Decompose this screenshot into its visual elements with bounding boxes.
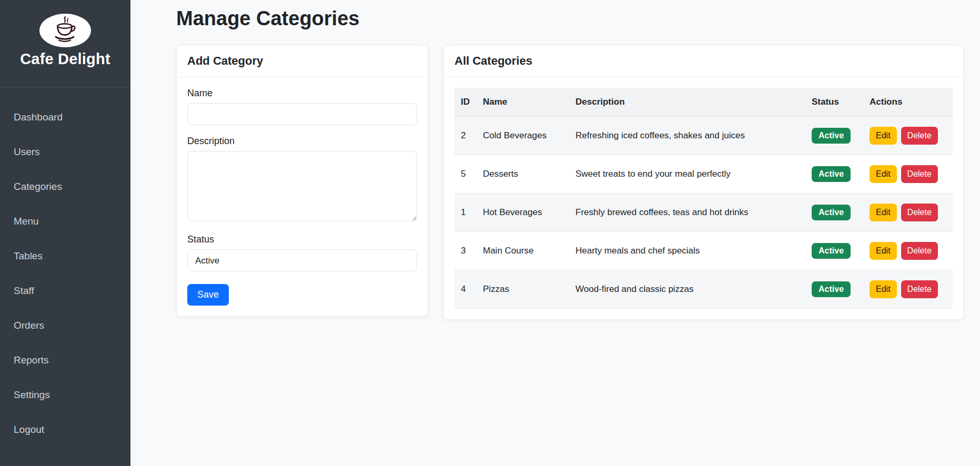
categories-table-body: 2Cold BeveragesRefreshing iced coffees, … [454, 117, 953, 309]
cell-description: Refreshing iced coffees, shakes and juic… [569, 117, 805, 155]
table-row: 3Main CourseHearty meals and chef specia… [454, 232, 953, 270]
edit-button[interactable]: Edit [870, 127, 897, 145]
cell-actions: EditDelete [863, 270, 953, 309]
cell-status: Active [805, 117, 863, 155]
cell-description: Freshly brewed coffees, teas and hot dri… [569, 194, 805, 232]
table-row: 4PizzasWood-fired and classic pizzasActi… [454, 270, 953, 309]
sidebar-item-users[interactable]: Users [0, 135, 130, 169]
cell-status: Active [805, 155, 863, 194]
sidebar-item-menu[interactable]: Menu [0, 204, 130, 239]
cell-actions: EditDelete [863, 155, 953, 194]
all-categories-title: All Categories [444, 45, 963, 77]
cell-status: Active [805, 232, 863, 270]
column-header-name: Name [477, 88, 569, 117]
status-badge: Active [812, 205, 851, 220]
cell-actions: EditDelete [863, 117, 953, 155]
page-title: Manage Categories [176, 7, 964, 30]
cell-description: Wood-fired and classic pizzas [569, 270, 805, 309]
column-header-id: ID [454, 88, 477, 117]
sidebar-nav: DashboardUsersCategoriesMenuTablesStaffO… [0, 87, 130, 452]
name-input[interactable] [187, 103, 417, 125]
cell-id: 3 [454, 232, 477, 270]
save-button[interactable]: Save [187, 284, 229, 306]
status-badge: Active [812, 128, 851, 144]
name-label: Name [187, 88, 417, 99]
status-badge: Active [812, 166, 851, 182]
column-header-status: Status [805, 88, 863, 117]
categories-table: IDNameDescriptionStatusActions 2Cold Bev… [454, 88, 953, 309]
cell-name: Main Course [477, 232, 569, 270]
table-row: 5DessertsSweet treats to end your meal p… [454, 155, 953, 194]
cell-name: Hot Beverages [477, 194, 569, 232]
column-header-actions: Actions [863, 88, 953, 117]
delete-button[interactable]: Delete [901, 280, 938, 298]
description-textarea[interactable] [187, 151, 417, 221]
edit-button[interactable]: Edit [870, 280, 897, 298]
sidebar-item-dashboard[interactable]: Dashboard [0, 100, 130, 135]
sidebar-item-orders[interactable]: Orders [0, 308, 130, 343]
cell-actions: EditDelete [863, 194, 953, 232]
status-label: Status [187, 234, 417, 245]
delete-button[interactable]: Delete [901, 127, 938, 145]
sidebar-item-settings[interactable]: Settings [0, 378, 130, 412]
add-category-card: Add Category Name Description Status Act… [176, 45, 428, 317]
brand: Cafe Delight [0, 0, 130, 79]
coffee-cup-icon [49, 15, 82, 46]
column-header-description: Description [569, 88, 805, 117]
edit-button[interactable]: Edit [870, 242, 897, 260]
description-label: Description [187, 136, 417, 147]
cell-description: Sweet treats to end your meal perfectly [569, 155, 805, 194]
status-badge: Active [812, 281, 851, 297]
cell-id: 1 [454, 194, 477, 232]
sidebar-item-tables[interactable]: Tables [0, 239, 130, 273]
delete-button[interactable]: Delete [901, 242, 938, 260]
all-categories-card: All Categories IDNameDescriptionStatusAc… [443, 45, 964, 320]
sidebar-item-staff[interactable]: Staff [0, 273, 130, 308]
cell-status: Active [805, 270, 863, 309]
cell-description: Hearty meals and chef specials [569, 232, 805, 270]
delete-button[interactable]: Delete [901, 204, 938, 221]
cell-name: Desserts [477, 155, 569, 194]
delete-button[interactable]: Delete [901, 165, 938, 183]
table-row: 2Cold BeveragesRefreshing iced coffees, … [454, 117, 953, 155]
edit-button[interactable]: Edit [870, 204, 897, 221]
table-row: 1Hot BeveragesFreshly brewed coffees, te… [454, 194, 953, 232]
cell-id: 5 [454, 155, 477, 194]
cell-name: Pizzas [477, 270, 569, 309]
cell-name: Cold Beverages [477, 117, 569, 155]
table-header-row: IDNameDescriptionStatusActions [454, 88, 953, 117]
cell-status: Active [805, 194, 863, 232]
brand-name: Cafe Delight [8, 50, 122, 68]
status-badge: Active [812, 243, 851, 259]
status-select[interactable]: Active [187, 249, 417, 271]
sidebar-item-logout[interactable]: Logout [0, 412, 130, 447]
main-content: Manage Categories Add Category Name Desc… [130, 0, 980, 466]
edit-button[interactable]: Edit [870, 165, 897, 183]
sidebar-item-reports[interactable]: Reports [0, 343, 130, 378]
cell-id: 4 [454, 270, 477, 309]
cell-id: 2 [454, 117, 477, 155]
sidebar-item-categories[interactable]: Categories [0, 169, 130, 204]
brand-logo [39, 14, 91, 47]
sidebar: Cafe Delight DashboardUsersCategoriesMen… [0, 0, 130, 466]
add-category-title: Add Category [177, 45, 428, 77]
cell-actions: EditDelete [863, 232, 953, 270]
